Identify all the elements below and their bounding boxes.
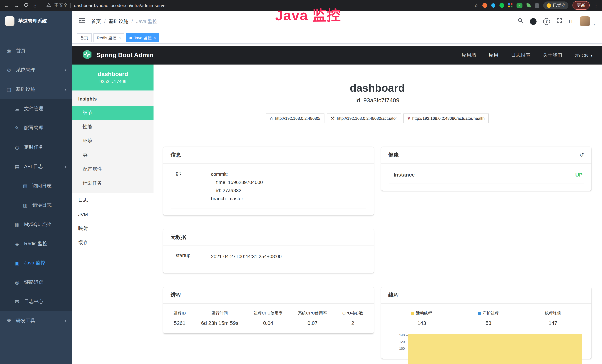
help-icon[interactable]: ? — [543, 18, 550, 25]
sidebar-item-jobs[interactable]: ◷ 定时任务 — [0, 138, 72, 157]
infrastructure-icon: ◫ — [6, 86, 12, 92]
close-icon[interactable]: × — [153, 36, 156, 40]
forward-icon[interactable]: → — [14, 3, 19, 8]
insight-item-configprops[interactable]: 配置属性 — [72, 162, 153, 176]
sba-nav-applications[interactable]: 应用 — [489, 52, 498, 59]
instance-id: 93a3fc7f7409 — [72, 79, 153, 84]
process-col-uptime: 运行时间 6d 23h 15m 59s — [201, 310, 238, 326]
tab-home[interactable]: 首页 — [77, 33, 92, 42]
threads-card: 线程 活动线程 143 守护进程 — [381, 287, 591, 359]
fullscreen-icon[interactable] — [557, 18, 562, 25]
sidebar-item-files[interactable]: ☁ 文件管理 — [0, 99, 72, 118]
health-card-title: 健康 — [388, 152, 399, 158]
sidebar-item-java-monitor[interactable]: ▣ Java 监控 — [0, 253, 72, 273]
github-icon[interactable] — [530, 18, 537, 25]
breadcrumb-home[interactable]: 首页 — [91, 18, 101, 25]
threads-chart: 140 120 100 — [388, 332, 584, 352]
breadcrumb-current: Java 监控 — [136, 18, 157, 25]
extension-icon-1[interactable] — [483, 3, 487, 8]
process-col-process-cpu: 进程CPU使用率 0.04 — [254, 310, 282, 326]
address-bar[interactable]: 不安全 dashboard.yudao.iocoder.cn/infra/adm… — [46, 2, 167, 9]
sba-nav-journal[interactable]: 日志报表 — [511, 52, 530, 59]
threads-chart-plot — [408, 332, 584, 352]
extension-icon-5[interactable] — [527, 3, 531, 7]
git-branch-line: branch: master — [211, 195, 263, 203]
security-label: 不安全 — [54, 2, 68, 9]
chevron-up-icon: ▴ — [65, 165, 66, 168]
font-size-icon[interactable]: tT — [569, 18, 573, 24]
tags-view-bar: 首页 Redis 监控 × Java 监控 × — [72, 32, 602, 44]
service-url-link[interactable]: ⌂ http://192.168.0.2:48080/ — [266, 114, 324, 123]
page-subtitle: Id: 93a3fc7f7409 — [163, 97, 591, 104]
dashboard-icon: ◉ — [6, 48, 12, 54]
health-url-link[interactable]: ♥ http://192.168.0.2:48080/actuator/heal… — [403, 114, 489, 123]
sba-nav-about[interactable]: 关于我们 — [543, 52, 562, 59]
reload-icon[interactable] — [24, 3, 29, 8]
document-icon: ▤ — [14, 164, 20, 169]
tab-redis-monitor[interactable]: Redis 监控 × — [93, 33, 124, 42]
chevron-down-icon: ▾ — [65, 68, 66, 72]
access-log-icon: ▧ — [22, 183, 28, 189]
metadata-card: 元数据 startup 2021-04-27T00:44:31.254+08:0… — [163, 229, 374, 273]
threads-card-title: 线程 — [388, 292, 399, 299]
back-icon[interactable]: ← — [4, 3, 9, 8]
sidebar-item-home[interactable]: ◉ 首页 — [0, 41, 72, 60]
extension-icon-2[interactable] — [491, 2, 496, 8]
insight-item-details[interactable]: 细节 — [72, 106, 153, 120]
top-header: 首页 / 基础设施 / Java 监控 ? tT — [72, 11, 602, 32]
insight-item-environment[interactable]: 环境 — [72, 134, 153, 148]
extension-icon-4[interactable] — [508, 3, 512, 7]
app-logo — [5, 16, 14, 26]
instance-header[interactable]: dashboard 93a3fc7f7409 — [72, 64, 153, 90]
bookmark-star-icon[interactable]: ☆ — [474, 3, 478, 8]
tab-java-monitor[interactable]: Java 监控 × — [126, 33, 159, 42]
sidebar-item-tracing[interactable]: ◎ 链路追踪 — [0, 273, 72, 292]
address-divider — [71, 3, 71, 8]
sidebar-item-log-center[interactable]: ✉ 日志中心 — [0, 292, 72, 311]
sidebar-item-mysql-monitor[interactable]: ▦ MySQL 监控 — [0, 215, 72, 234]
extensions-puzzle-icon[interactable] — [535, 3, 539, 8]
sidebar-item-infra[interactable]: ◫ 基础设施 ▴ — [0, 80, 72, 99]
menu-item-mappings[interactable]: 映射 — [72, 221, 153, 236]
sidebar-item-system[interactable]: ⚙ 系统管理 ▾ — [0, 60, 72, 80]
sidebar-item-redis-monitor[interactable]: ◈ Redis 监控 — [0, 234, 72, 253]
history-icon[interactable]: ↺ — [579, 152, 584, 158]
mysql-monitor-icon: ▦ — [14, 222, 20, 227]
close-icon[interactable]: × — [118, 36, 121, 40]
url-text: dashboard.yudao.iocoder.cn/infra/admin-s… — [74, 3, 167, 8]
paused-extension-badge[interactable]: 已暂停 — [543, 1, 569, 9]
chrome-update-button[interactable]: 更新 — [572, 1, 590, 10]
chrome-menu-icon[interactable]: ⋮ — [594, 3, 599, 8]
java-monitor-icon: ▣ — [14, 260, 20, 266]
chevron-down-icon[interactable]: ▾ — [594, 23, 595, 26]
insight-item-classes[interactable]: 类 — [72, 148, 153, 162]
search-icon[interactable] — [518, 18, 523, 25]
extension-on-badge[interactable]: on — [516, 3, 522, 8]
process-card-title: 进程 — [171, 292, 181, 299]
sidebar-item-access-log[interactable]: ▧ 访问日志 — [0, 176, 72, 195]
wrench-icon: ⚒ — [331, 116, 335, 121]
health-card: 健康 ↺ Instance UP — [381, 147, 591, 191]
menu-item-caches[interactable]: 缓存 — [72, 236, 153, 250]
sba-nav-wallboard[interactable]: 应用墙 — [462, 52, 476, 59]
sba-brand[interactable]: Spring Boot Admin — [82, 49, 154, 61]
actuator-url-link[interactable]: ⚒ http://192.168.0.2:48080/actuator — [327, 114, 401, 123]
extension-icon-3[interactable] — [499, 3, 504, 8]
info-card-title: 信息 — [171, 152, 181, 158]
process-col-pid: 进程ID 5261 — [173, 310, 186, 326]
breadcrumb-infra[interactable]: 基础设施 — [109, 18, 128, 25]
menu-item-logfile[interactable]: 日志 — [72, 193, 153, 207]
insight-item-metrics[interactable]: 性能 — [72, 120, 153, 134]
home-icon[interactable]: ⌂ — [33, 3, 36, 8]
sidebar-item-devtools[interactable]: ⚒ 研发工具 ▾ — [0, 311, 72, 331]
sidebar-item-config[interactable]: ✎ 配置管理 — [0, 118, 72, 138]
app-logo-row[interactable]: 芋道管理系统 — [0, 11, 72, 32]
sidebar-item-error-log[interactable]: ▥ 错误日志 — [0, 195, 72, 215]
sba-locale-select[interactable]: zh-CN ▾ — [575, 53, 592, 58]
hamburger-icon[interactable] — [79, 18, 85, 25]
menu-item-jvm[interactable]: JVM — [72, 207, 153, 221]
insight-item-scheduled-tasks[interactable]: 计划任务 — [72, 176, 153, 190]
sidebar-item-api-log[interactable]: ▤ API 日志 ▴ — [0, 157, 72, 176]
avatar[interactable] — [580, 16, 590, 26]
legend-peak-threads: 线程峰值 147 — [545, 310, 561, 326]
